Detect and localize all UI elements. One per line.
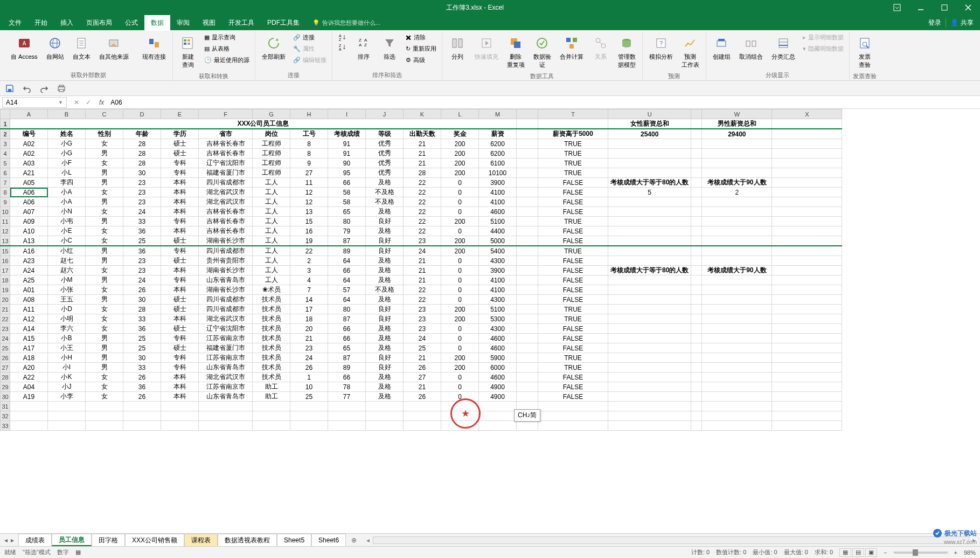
cell-22-2[interactable]: 女 — [86, 314, 123, 324]
col-header-A[interactable]: A — [10, 109, 48, 119]
cell-3-5[interactable]: 吉林省长春市 — [199, 139, 253, 149]
new-query-button[interactable]: 新建 查询 — [176, 32, 200, 71]
cell-6-7[interactable]: 27 — [290, 168, 328, 178]
cell-17-0[interactable]: A24 — [10, 266, 48, 275]
col-header-H[interactable]: H — [290, 109, 328, 119]
ribbon-tab-2[interactable]: 插入 — [54, 15, 80, 31]
cell-18-7[interactable]: 4 — [290, 275, 328, 285]
cell-21-10[interactable]: 23 — [404, 305, 441, 314]
cell-19-2[interactable]: 女 — [86, 285, 123, 295]
cell-20-3[interactable]: 30 — [123, 295, 161, 305]
sheet-nav-first-icon[interactable]: ◂ — [4, 536, 8, 544]
cell-4-8[interactable]: 91 — [328, 149, 366, 159]
cell-11-6[interactable]: 工人 — [253, 217, 290, 226]
cell-25-8[interactable]: 65 — [328, 343, 366, 353]
cell-13-0[interactable]: A13 — [10, 236, 48, 246]
cell-29-5[interactable]: 江苏省南京市 — [199, 382, 253, 392]
cell-30-7[interactable]: 25 — [290, 392, 328, 402]
cell-27-4[interactable]: 专科 — [161, 363, 199, 373]
cell-10-0[interactable]: A07 — [10, 207, 48, 217]
cell-9-8[interactable]: 58 — [328, 197, 366, 207]
ribbon-tab-4[interactable]: 公式 — [119, 15, 144, 31]
cell-13-5[interactable]: 湖南省长沙市 — [199, 236, 253, 246]
cell-27-6[interactable]: 技术员 — [253, 363, 290, 373]
cell-3-4[interactable]: 硕士 — [161, 139, 199, 149]
cell-6-0[interactable]: A21 — [10, 168, 48, 178]
cell-13-2[interactable]: 女 — [86, 236, 123, 246]
cell-7-12[interactable]: 3900 — [479, 178, 517, 188]
col-header-T[interactable]: T — [538, 109, 608, 119]
cell-7-4[interactable]: 本科 — [161, 178, 199, 188]
cell-30-2[interactable]: 女 — [86, 392, 123, 402]
col-header-X[interactable]: X — [772, 109, 842, 119]
cell-24-5[interactable]: 江苏省南京市 — [199, 334, 253, 343]
cell-30-1[interactable]: 小李 — [48, 392, 86, 402]
invoice-check-button[interactable]: 发票 查验 — [853, 32, 877, 71]
cell-25-5[interactable]: 福建省厦门市 — [199, 343, 253, 353]
cell-23-11[interactable]: 0 — [441, 324, 479, 334]
cell-18-4[interactable]: 专科 — [161, 275, 199, 285]
col-header-B[interactable]: B — [48, 109, 86, 119]
col-header-W[interactable]: W — [702, 109, 772, 119]
cell-4-2[interactable]: 男 — [86, 149, 123, 159]
row-header-27[interactable]: 27 — [1, 363, 10, 373]
clear-filter-button[interactable]: 🗙清除 — [404, 32, 439, 43]
sheet-tab-1[interactable]: 员工信息 — [52, 534, 92, 546]
cell-15-2[interactable]: 男 — [86, 246, 123, 256]
cell-9-3[interactable]: 23 — [123, 197, 161, 207]
cell-25-9[interactable]: 及格 — [366, 343, 404, 353]
cell-6-3[interactable]: 30 — [123, 168, 161, 178]
col-header-U[interactable]: U — [608, 109, 691, 119]
cell-5-4[interactable]: 专科 — [161, 159, 199, 168]
hscroll-left-icon[interactable]: ◂ — [366, 536, 373, 544]
cell-26-9[interactable]: 良好 — [366, 353, 404, 363]
cell-16-4[interactable]: 硕士 — [161, 256, 199, 266]
row-header-3[interactable]: 3 — [1, 139, 10, 149]
cell-29-8[interactable]: 78 — [328, 382, 366, 392]
cell-13-8[interactable]: 87 — [328, 236, 366, 246]
cell-13-10[interactable]: 23 — [404, 236, 441, 246]
cell-30-6[interactable]: 助工 — [253, 392, 290, 402]
cell-30-3[interactable]: 26 — [123, 392, 161, 402]
cell-16-5[interactable]: 贵州省贵阳市 — [199, 256, 253, 266]
cell-13-4[interactable]: 硕士 — [161, 236, 199, 246]
zoom-slider[interactable] — [894, 552, 948, 554]
row-header-16[interactable]: 16 — [1, 256, 10, 266]
cell-11-4[interactable]: 专科 — [161, 217, 199, 226]
ribbon-tab-0[interactable]: 文件 — [2, 15, 28, 31]
cell-4-6[interactable]: 工程师 — [253, 149, 290, 159]
cell-20-2[interactable]: 男 — [86, 295, 123, 305]
print-preview-button[interactable] — [56, 83, 67, 94]
cell-30-9[interactable]: 及格 — [366, 392, 404, 402]
cell-5-0[interactable]: A03 — [10, 159, 48, 168]
zoom-level[interactable]: 98% — [964, 549, 976, 556]
cell-11-5[interactable]: 吉林省长春市 — [199, 217, 253, 226]
cell-18-1[interactable]: 小M — [48, 275, 86, 285]
cell-17-1[interactable]: 赵六 — [48, 266, 86, 275]
cell-26-0[interactable]: A18 — [10, 353, 48, 363]
cell-28-6[interactable]: 技术员 — [253, 373, 290, 382]
cell-24-11[interactable]: 0 — [441, 334, 479, 343]
horizontal-scrollbar[interactable] — [373, 536, 969, 544]
subtotal-button[interactable]: 分类汇总 — [768, 32, 798, 63]
cell-9-5[interactable]: 湖北省武汉市 — [199, 197, 253, 207]
cell-8-4[interactable]: 本科 — [161, 188, 199, 197]
cell-23-9[interactable]: 及格 — [366, 324, 404, 334]
col-header-G[interactable]: G — [253, 109, 290, 119]
cell-21-3[interactable]: 28 — [123, 305, 161, 314]
from-web-button[interactable]: 自网站 — [43, 32, 67, 63]
cell-9-4[interactable]: 本科 — [161, 197, 199, 207]
group-button[interactable]: 创建组 — [710, 32, 734, 63]
row-header-23[interactable]: 23 — [1, 324, 10, 334]
cell-30-4[interactable]: 本科 — [161, 392, 199, 402]
cell-13-12[interactable]: 5000 — [479, 236, 517, 246]
cell-13-1[interactable]: 小C — [48, 236, 86, 246]
cell-9-0[interactable]: A06 — [10, 197, 48, 207]
cell-3-9[interactable]: 优秀 — [366, 139, 404, 149]
cell-15-11[interactable]: 200 — [441, 246, 479, 256]
ribbon-tab-5[interactable]: 数据 — [144, 15, 170, 31]
save-button[interactable] — [4, 83, 15, 94]
cell-24-6[interactable]: 技术员 — [253, 334, 290, 343]
cell-3-11[interactable]: 200 — [441, 139, 479, 149]
normal-view-button[interactable]: ▦ — [839, 548, 851, 557]
